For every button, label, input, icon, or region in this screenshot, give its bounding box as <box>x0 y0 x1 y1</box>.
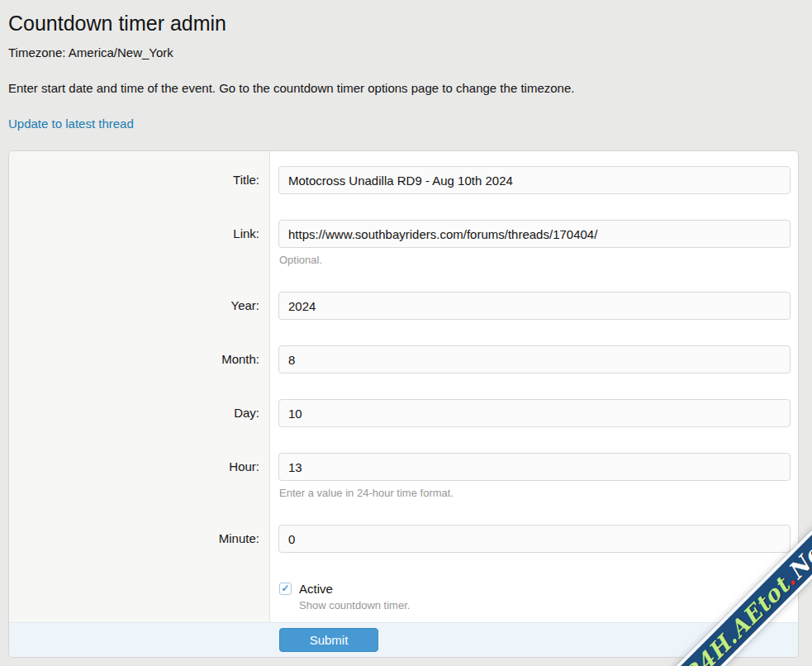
hour-input[interactable] <box>278 453 791 481</box>
year-label: Year: <box>9 292 269 320</box>
page: Countdown timer admin Timezone: America/… <box>0 0 812 666</box>
form-row-year: Year: <box>9 292 798 320</box>
form-row-link: Link: Optional. <box>9 220 798 266</box>
active-checkbox[interactable]: ✓ <box>279 583 292 595</box>
active-checkbox-label: Active <box>299 582 333 596</box>
month-input[interactable] <box>278 345 791 373</box>
form-row-active: ✓ Active Show countdown timer. <box>279 578 798 611</box>
field-hint: Optional. <box>279 254 791 266</box>
year-input[interactable] <box>278 292 791 320</box>
month-label: Month: <box>9 345 269 373</box>
title-input[interactable] <box>278 166 791 194</box>
link-label: Link: <box>9 220 269 266</box>
page-title: Countdown timer admin <box>8 11 804 36</box>
link-input[interactable] <box>278 220 791 248</box>
form-row-minute: Minute: <box>9 525 798 553</box>
day-label: Day: <box>9 399 269 427</box>
update-to-latest-thread-link[interactable]: Update to latest thread <box>8 117 134 131</box>
timezone-text: Timezone: America/New_York <box>8 45 804 60</box>
intro-text: Enter start date and time of the event. … <box>8 81 804 96</box>
title-label: Title: <box>9 166 269 194</box>
minute-input[interactable] <box>278 525 791 553</box>
field-hint: Enter a value in 24-hour time format. <box>279 487 791 499</box>
form-row-hour: Hour: Enter a value in 24-hour time form… <box>9 453 798 499</box>
form-body: Title: Link: Optional. Year: <box>9 151 798 622</box>
form-row-title: Title: <box>9 166 798 194</box>
minute-label: Minute: <box>9 525 269 553</box>
active-checkbox-row[interactable]: ✓ Active <box>279 582 798 596</box>
form-row-month: Month: <box>9 345 798 373</box>
countdown-form: Title: Link: Optional. Year: <box>8 150 799 658</box>
hour-label: Hour: <box>9 453 269 499</box>
form-footer: Submit <box>9 622 798 657</box>
form-row-day: Day: <box>9 399 798 427</box>
day-input[interactable] <box>278 399 791 427</box>
active-checkbox-hint: Show countdown timer. <box>299 599 798 611</box>
submit-button[interactable]: Submit <box>279 628 378 652</box>
